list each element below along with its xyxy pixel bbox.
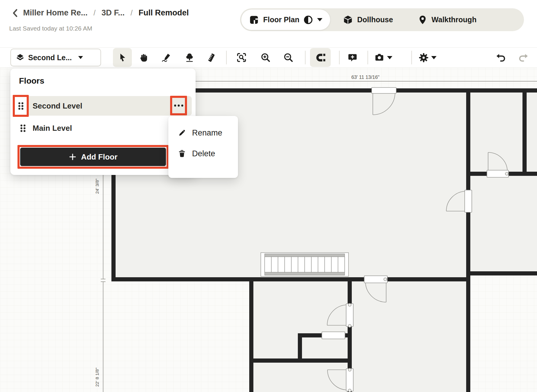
contrast-toggle-icon[interactable] [303,15,313,25]
menu-item-label: Rename [192,128,222,138]
floor-name-label: Second Level [33,101,82,111]
chevron-down-icon [431,56,437,59]
zoom-in-icon [260,52,271,63]
magnet-icon [315,52,326,63]
stairs[interactable] [261,253,349,276]
snap-magnet-toggle[interactable] [310,48,331,67]
add-floor-label: Add Floor [81,152,118,162]
cursor-arrow-icon [118,53,127,63]
tool-measure-button[interactable] [202,48,221,67]
comment-plus-icon [348,53,357,63]
floor-context-menu: Rename Delete [168,116,238,178]
floor-more-options-button[interactable] [173,100,185,111]
tree-icon [185,53,194,63]
breadcrumb-separator: / [130,9,134,17]
layers-icon [16,53,25,62]
dimension-label-left-lower: 22' 8 1/8" [95,368,100,387]
dollhouse-icon [343,15,353,25]
floor-row-main-level[interactable]: Main Level [14,118,192,138]
pencil-icon [178,129,186,137]
floors-panel: Floors Second Level [10,68,196,175]
highlight-drag-handle [13,95,29,117]
ruler-icon [207,53,216,63]
floor-plan-icon [249,15,259,25]
tool-pan-button[interactable] [134,48,153,67]
tool-landscape-button[interactable] [180,48,199,67]
view-switcher: Floor Plan Dollhouse Walkthrough [240,8,524,31]
toolbar: Second Le... [0,48,537,68]
redo-icon [518,53,528,62]
back-chevron-icon[interactable] [12,9,18,17]
drag-dots-icon [20,124,26,133]
toolbar-divider [367,51,368,64]
undo-button[interactable] [491,48,510,67]
toolbar-divider [411,51,412,64]
hand-icon [139,53,149,63]
breadcrumb: Miller Home Re... / 3D F... / Full Remod… [12,8,189,17]
zoom-in-button[interactable] [256,48,275,67]
floor-selector-label: Second Le... [28,53,72,62]
drag-handle[interactable] [16,101,26,111]
camera-icon [374,52,385,63]
snapshot-camera-button[interactable] [374,48,392,67]
zoom-out-icon [283,52,293,63]
view-tab-label: Floor Plan [263,15,299,24]
menu-item-delete[interactable]: Delete [168,143,238,164]
chevron-down-icon[interactable] [317,18,322,21]
breadcrumb-folder[interactable]: 3D F... [102,8,125,17]
breadcrumb-current-page: Full Remodel [139,8,189,17]
walkthrough-pin-icon [418,15,427,25]
drag-dots-icon [17,102,24,110]
view-tab-walkthrough[interactable]: Walkthrough [405,8,489,31]
toolbar-divider [305,51,306,64]
floors-panel-title: Floors [19,76,44,86]
view-tab-floor-plan[interactable]: Floor Plan [241,9,330,30]
breadcrumb-project[interactable]: Miller Home Re... [23,8,88,17]
highlight-more-button [170,96,187,115]
tool-select-button[interactable] [113,48,132,67]
floor-name-label: Main Level [33,124,72,133]
undo-icon [496,53,506,62]
gear-icon [418,52,429,63]
app-header: Miller Home Re... / 3D F... / Full Remod… [0,0,537,48]
drag-handle[interactable] [18,123,28,133]
dimension-label-left-upper: 24' 3/8" [95,179,100,194]
menu-item-rename[interactable]: Rename [168,122,238,143]
breadcrumb-separator: / [92,9,97,17]
last-saved-status: Last Saved today at 10:26 AM [9,25,92,32]
redo-button[interactable] [514,48,533,67]
pen-icon [161,53,171,63]
floor-selector-dropdown[interactable]: Second Le... [10,49,101,66]
zoom-out-button[interactable] [279,48,298,67]
menu-item-label: Delete [192,149,215,158]
add-comment-button[interactable] [343,48,362,67]
chevron-down-icon [78,56,83,59]
ellipsis-icon [174,104,184,107]
trash-icon [178,149,186,158]
plus-icon [69,153,76,161]
zoom-fit-icon [236,52,247,63]
highlight-add-floor-button: Add Floor [17,145,169,169]
dimension-label-top: 63' 11 13/16" [351,74,380,80]
view-tab-label: Walkthrough [431,15,477,24]
settings-button[interactable] [418,48,437,67]
chevron-down-icon [387,56,392,59]
view-tab-label: Dollhouse [357,15,393,24]
zoom-to-fit-button[interactable] [232,48,251,67]
toolbar-divider [339,51,340,64]
view-tab-dollhouse[interactable]: Dollhouse [330,8,405,31]
tool-draw-button[interactable] [156,48,175,67]
add-floor-button[interactable]: Add Floor [20,148,166,166]
floor-row-second-level[interactable]: Second Level [14,96,192,116]
toolbar-divider [226,51,227,64]
